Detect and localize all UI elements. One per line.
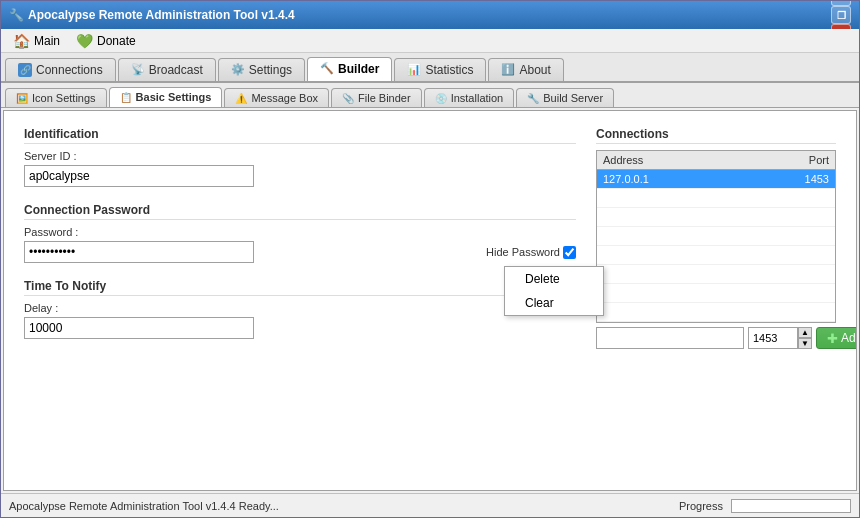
- identification-title: Identification: [24, 127, 576, 144]
- restore-button[interactable]: ❐: [831, 6, 851, 24]
- ctx-clear[interactable]: Clear: [505, 291, 603, 315]
- hide-password-text: Hide Password: [486, 246, 560, 258]
- table-row[interactable]: [597, 303, 835, 322]
- spin-down-button[interactable]: ▼: [798, 338, 812, 349]
- connections-table: Address Port 127.0.0.1 1453: [597, 151, 835, 322]
- sub-tab-bar: 🖼️ Icon Settings 📋 Basic Settings ⚠️ Mes…: [1, 83, 859, 108]
- subtab-file-binder-label: File Binder: [358, 92, 411, 104]
- server-id-label: Server ID :: [24, 150, 576, 162]
- menu-main-label: Main: [34, 34, 60, 48]
- subtab-icon-settings-label: Icon Settings: [32, 92, 96, 104]
- window-title: Apocalypse Remote Administration Tool v1…: [28, 8, 831, 22]
- tab-statistics-label: Statistics: [425, 63, 473, 77]
- subtab-file-binder[interactable]: 📎 File Binder: [331, 88, 422, 107]
- table-row[interactable]: [597, 284, 835, 303]
- password-input[interactable]: [24, 241, 254, 263]
- progress-bar: [731, 499, 851, 513]
- subtab-installation[interactable]: 💿 Installation: [424, 88, 515, 107]
- connections-title: Connections: [596, 127, 836, 144]
- progress-label: Progress: [679, 500, 723, 512]
- hide-password-checkbox[interactable]: [563, 246, 576, 259]
- port-input[interactable]: [748, 327, 798, 349]
- delay-input[interactable]: [24, 317, 254, 339]
- spin-up-button[interactable]: ▲: [798, 327, 812, 338]
- title-bar: 🔧 Apocalypse Remote Administration Tool …: [1, 1, 859, 29]
- tab-about[interactable]: ℹ️ About: [488, 58, 563, 81]
- app-icon: 🔧: [9, 8, 24, 22]
- table-row[interactable]: [597, 265, 835, 284]
- content-area: Identification Server ID : Connection Pa…: [3, 110, 857, 491]
- add-button[interactable]: ✚ Add: [816, 327, 857, 349]
- password-title: Connection Password: [24, 203, 576, 220]
- new-address-input[interactable]: [596, 327, 744, 349]
- table-row[interactable]: 127.0.0.1 1453: [597, 170, 835, 189]
- port-spinner-wrap: ▲ ▼: [748, 327, 812, 349]
- tab-settings[interactable]: ⚙️ Settings: [218, 58, 305, 81]
- subtab-basic-settings[interactable]: 📋 Basic Settings: [109, 87, 223, 107]
- notify-title: Time To Notify: [24, 279, 576, 296]
- password-section: Connection Password Password : Hide Pass…: [24, 203, 576, 263]
- subtab-build-server[interactable]: 🔧 Build Server: [516, 88, 614, 107]
- tab-connections-label: Connections: [36, 63, 103, 77]
- tab-builder-label: Builder: [338, 62, 379, 76]
- tab-settings-label: Settings: [249, 63, 292, 77]
- table-row[interactable]: [597, 227, 835, 246]
- tab-broadcast-label: Broadcast: [149, 63, 203, 77]
- menu-donate-label: Donate: [97, 34, 136, 48]
- menu-main[interactable]: 🏠 Main: [5, 31, 68, 51]
- port-spinner-buttons: ▲ ▼: [798, 327, 812, 349]
- add-button-label: Add: [841, 331, 857, 345]
- menu-donate[interactable]: 💚 Donate: [68, 31, 144, 51]
- tab-about-label: About: [519, 63, 550, 77]
- conn-address: 127.0.0.1: [597, 170, 785, 189]
- col-address: Address: [597, 151, 785, 170]
- status-bar: Apocalypse Remote Administration Tool v1…: [1, 493, 859, 517]
- identification-section: Identification Server ID :: [24, 127, 576, 187]
- right-panel: Connections Address Port 127.0.0.1: [596, 127, 836, 355]
- subtab-build-server-label: Build Server: [543, 92, 603, 104]
- server-id-input[interactable]: [24, 165, 254, 187]
- notify-section: Time To Notify Delay :: [24, 279, 576, 339]
- tab-builder[interactable]: 🔨 Builder: [307, 57, 392, 81]
- ctx-delete[interactable]: Delete: [505, 267, 603, 291]
- table-row[interactable]: [597, 189, 835, 208]
- conn-port: 1453: [785, 170, 835, 189]
- context-menu: Delete Clear: [504, 266, 604, 316]
- table-row[interactable]: [597, 208, 835, 227]
- progress-section: Progress: [679, 499, 851, 513]
- subtab-message-box-label: Message Box: [251, 92, 318, 104]
- inner-panel: Identification Server ID : Connection Pa…: [4, 111, 856, 371]
- tab-statistics[interactable]: 📊 Statistics: [394, 58, 486, 81]
- add-row: ▲ ▼ ✚ Add: [596, 327, 836, 349]
- hide-password-label: Hide Password: [486, 246, 576, 259]
- status-text: Apocalypse Remote Administration Tool v1…: [9, 500, 679, 512]
- menu-bar: 🏠 Main 💚 Donate: [1, 29, 859, 53]
- subtab-installation-label: Installation: [451, 92, 504, 104]
- main-tab-bar: 🔗 Connections 📡 Broadcast ⚙️ Settings 🔨 …: [1, 53, 859, 83]
- subtab-icon-settings[interactable]: 🖼️ Icon Settings: [5, 88, 107, 107]
- subtab-message-box[interactable]: ⚠️ Message Box: [224, 88, 329, 107]
- tab-connections[interactable]: 🔗 Connections: [5, 58, 116, 81]
- left-panel: Identification Server ID : Connection Pa…: [24, 127, 576, 355]
- main-window: 🔧 Apocalypse Remote Administration Tool …: [0, 0, 860, 518]
- col-port: Port: [785, 151, 835, 170]
- delay-label: Delay :: [24, 302, 576, 314]
- tab-broadcast[interactable]: 📡 Broadcast: [118, 58, 216, 81]
- connections-box: Address Port 127.0.0.1 1453: [596, 150, 836, 323]
- table-row[interactable]: [597, 246, 835, 265]
- subtab-basic-settings-label: Basic Settings: [136, 91, 212, 103]
- password-label: Password :: [24, 226, 576, 238]
